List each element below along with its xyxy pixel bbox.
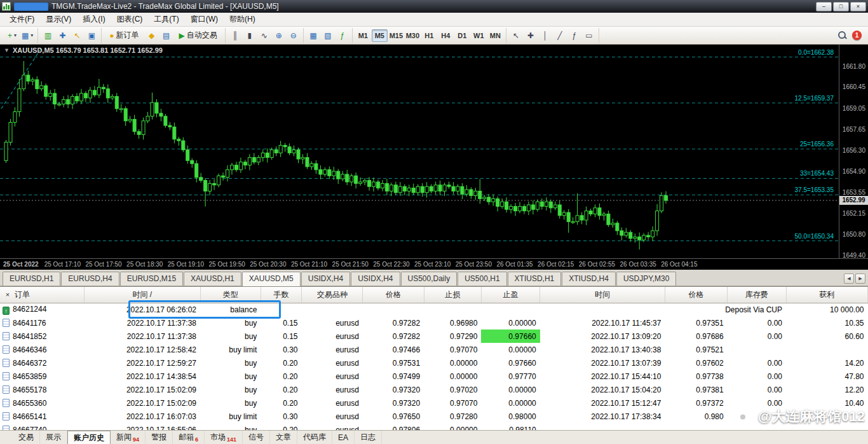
timeframe-M30[interactable]: M30 [405, 29, 421, 42]
tile-windows[interactable]: ▦ [306, 29, 320, 43]
chart-tab-USIDX,H4[interactable]: USIDX,H4 [351, 272, 400, 286]
terminal-tab-市场[interactable]: 市场141 [205, 431, 243, 444]
zoom-in[interactable]: ⊕ [272, 29, 286, 43]
tab-scroll-left-icon[interactable]: ◀ [844, 274, 854, 284]
chart-tab-XAUUSD,H1[interactable]: XAUUSD,H1 [184, 272, 241, 286]
cell-profit [786, 423, 868, 430]
cursor-tool[interactable]: ↖ [509, 29, 523, 43]
chart-tab-US500,Daily[interactable]: US500,Daily [401, 272, 458, 286]
table-row[interactable]: 846677402022.10.17 16:55:06buy0.20eurusd… [0, 423, 868, 430]
chart-tab-XTIUSD,H4[interactable]: XTIUSD,H4 [562, 272, 616, 286]
column-header-type[interactable]: 类型 [200, 287, 261, 303]
zoom-out[interactable]: ⊖ [287, 29, 301, 43]
column-header-tp[interactable]: 止盈 [481, 287, 539, 303]
terminal-tab-EA[interactable]: EA [332, 431, 355, 444]
data-window[interactable]: ✚ [55, 29, 69, 43]
chart-tab-EURUSD,H1[interactable]: EURUSD,H1 [3, 272, 60, 286]
timeframe-M1[interactable]: M1 [355, 29, 371, 42]
new-chart-dropdown[interactable]: +▾ [5, 29, 19, 43]
column-header-profit[interactable]: 获利 [786, 287, 868, 303]
terminal-tab-交易[interactable]: 交易 [13, 431, 40, 444]
chart-tab-USIDX,H4[interactable]: USIDX,H4 [301, 272, 350, 286]
table-row[interactable]: 846411762022.10.17 11:37:38buy0.15eurusd… [0, 316, 868, 330]
timeframe-M5[interactable]: M5 [372, 29, 388, 42]
chart-tab-EURUSD,M15[interactable]: EURUSD,M15 [120, 272, 183, 286]
price-axis[interactable]: 1661.801660.451659.051657.651656.301654.… [839, 45, 868, 258]
timeframe-H1[interactable]: H1 [421, 29, 437, 42]
column-header-sl[interactable]: 止损 [424, 287, 481, 303]
shapes-tool[interactable]: ▭ [582, 29, 596, 43]
cell-lots: 0.30 [261, 410, 301, 423]
chart-tab-USDJPY,M30[interactable]: USDJPY,M30 [616, 272, 676, 286]
indicators-list[interactable]: ƒ [336, 29, 349, 43]
time-axis[interactable]: 25 Oct 202225 Oct 17:1025 Oct 17:5025 Oc… [0, 258, 868, 270]
close-button[interactable]: × [850, 2, 866, 11]
chart-tab-XTIUSD,H1[interactable]: XTIUSD,H1 [508, 272, 562, 286]
terminal-tab-邮箱[interactable]: 邮箱6 [173, 431, 205, 444]
terminal-tab-警报[interactable]: 警报 [146, 431, 173, 444]
line-chart-type[interactable]: ∿ [257, 29, 271, 43]
column-header-swap[interactable]: 库存费 [728, 287, 786, 303]
table-row[interactable]: 846651412022.10.17 16:07:03buy limit0.30… [0, 410, 868, 423]
table-row[interactable]: 846463462022.10.17 12:58:42buy limit0.30… [0, 343, 868, 356]
vertical-line-tool[interactable]: │ [538, 29, 552, 43]
chart-tab-EURUSD,H4[interactable]: EURUSD,H4 [61, 272, 119, 286]
trendline-tool[interactable]: ╱ [553, 29, 567, 43]
terminal-tab-文章[interactable]: 文章 [270, 431, 297, 444]
terminal-tab-日志[interactable]: 日志 [355, 431, 382, 444]
bar-chart-type[interactable]: ║ [228, 29, 242, 43]
table-row[interactable]: 846463722022.10.17 12:59:27buy0.20eurusd… [0, 356, 868, 370]
candle-chart-type[interactable]: ▮ [243, 29, 257, 43]
news-panel[interactable]: ▤ [159, 29, 173, 43]
timeframe-MN[interactable]: MN [487, 29, 503, 42]
terminal-tab-展示[interactable]: 展示 [40, 431, 67, 444]
crosshair-tool[interactable]: ✚ [524, 29, 538, 43]
menu-item-4[interactable]: 工具(T) [148, 12, 184, 27]
chart-tab-US500,H1[interactable]: US500,H1 [458, 272, 506, 286]
menu-item-6[interactable]: 帮助(H) [224, 12, 261, 27]
autotrading-button[interactable]: ▶自动交易 [174, 29, 222, 43]
bar-chart-type-icon: ║ [233, 32, 238, 39]
market-watch[interactable]: ▥ [41, 29, 55, 43]
table-row[interactable]: 846538592022.10.17 14:38:54buy0.20eurusd… [0, 370, 868, 383]
menu-item-5[interactable]: 窗口(W) [185, 12, 224, 27]
terminal-tab-账户历史[interactable]: 账户历史 [67, 431, 111, 444]
column-header-order[interactable]: ×订单 [0, 287, 84, 303]
table-row[interactable]: 846551782022.10.17 15:02:09buy0.20eurusd… [0, 383, 868, 396]
notification-badge[interactable]: 1 [852, 31, 862, 40]
search-icon[interactable] [837, 31, 847, 40]
tab-scroll-right-icon[interactable]: ▶ [855, 274, 865, 284]
cell-price: 0.97499 [363, 370, 424, 383]
menu-item-3[interactable]: 图表(C) [111, 12, 149, 27]
timeframe-D1[interactable]: D1 [454, 29, 470, 42]
panel-close-icon[interactable]: × [3, 291, 12, 298]
restore-button[interactable]: □ [833, 2, 849, 11]
cascade-windows[interactable]: ▧ [321, 29, 335, 43]
terminal-panel[interactable]: ▣ [85, 29, 98, 43]
column-header-open_time[interactable]: 时间 / [84, 287, 200, 303]
menu-item-0[interactable]: 文件(F) [4, 12, 40, 27]
table-row[interactable]: ↑846212442022.10.17 06:26:02balanceDepos… [0, 303, 868, 316]
minimize-button[interactable]: – [816, 2, 832, 11]
chart-tab-XAUUSD,M5[interactable]: XAUUSD,M5 [242, 272, 301, 286]
new-order-button[interactable]: ●新订单 [104, 29, 144, 43]
menu-item-2[interactable]: 插入(I) [77, 12, 111, 27]
menu-item-1[interactable]: 显示(V) [40, 12, 77, 27]
navigator[interactable]: ↖ [70, 29, 84, 43]
column-header-symbol[interactable]: 交易品种 [302, 287, 363, 303]
timeframe-H4[interactable]: H4 [438, 29, 454, 42]
table-row[interactable]: 846418522022.10.17 11:37:38buy0.15eurusd… [0, 330, 868, 343]
terminal-tab-新闻[interactable]: 新闻94 [111, 431, 146, 444]
column-header-close_price[interactable]: 价格 [665, 287, 727, 303]
column-header-lots[interactable]: 手数 [261, 287, 301, 303]
timeframe-W1[interactable]: W1 [471, 29, 487, 42]
profiles-dropdown[interactable]: ▦▾ [20, 29, 35, 43]
fibonacci-tool[interactable]: ƒ [567, 29, 581, 43]
terminal-tab-信号[interactable]: 信号 [243, 431, 270, 444]
timeframe-M15[interactable]: M15 [388, 29, 404, 42]
column-header-price[interactable]: 价格 [363, 287, 424, 303]
chart-shift[interactable]: ◆ [145, 29, 159, 43]
table-row[interactable]: 846553602022.10.17 15:02:09buy0.20eurusd… [0, 396, 868, 410]
column-header-close_time[interactable]: 时间 [540, 287, 665, 303]
terminal-tab-代码库[interactable]: 代码库 [297, 431, 332, 444]
